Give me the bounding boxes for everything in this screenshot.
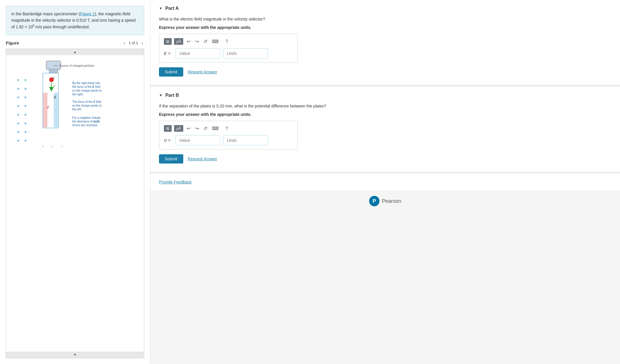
part-b-header: ▼ Part B	[159, 93, 611, 98]
part-b-keyboard-button[interactable]: ⌨	[211, 125, 222, 132]
svg-text:×: ×	[42, 145, 44, 148]
part-b-question: If the separation of the plates is 5.20 …	[159, 103, 611, 109]
part-a-toolbar: ⊞ μÅ ↩ ↪ ↺ ⌨ ?	[164, 38, 293, 45]
figure-image: × × × × × × × × × × × × ×	[9, 58, 141, 151]
svg-text:×: ×	[25, 96, 26, 99]
part-a-keyboard-button[interactable]: ⌨	[211, 38, 222, 45]
part-b-redo-button[interactable]: ↪	[194, 125, 200, 132]
svg-text:×: ×	[61, 145, 63, 148]
part-b-undo-button[interactable]: ↩	[186, 125, 192, 132]
part-a-undo-button[interactable]: ↩	[186, 38, 192, 45]
part-b-title: Part B	[165, 93, 179, 98]
svg-text:×: ×	[25, 87, 26, 90]
svg-text:E⃗: E⃗	[47, 105, 49, 109]
svg-text:on the charge points to: on the charge points to	[72, 89, 102, 92]
svg-text:×: ×	[25, 78, 26, 82]
svg-text:×: ×	[17, 96, 19, 99]
svg-text:×: ×	[17, 104, 19, 108]
part-a-action-row: Submit Request Answer	[159, 67, 611, 77]
figure-next-button[interactable]: ›	[140, 40, 144, 46]
svg-text:×: ×	[51, 145, 53, 148]
part-a-title: Part A	[165, 6, 179, 11]
scroll-up-button[interactable]: ▲	[6, 49, 144, 55]
svg-text:the right.: the right.	[72, 93, 84, 96]
figure-prev-button[interactable]: ‹	[123, 40, 126, 46]
part-a-matrix-button[interactable]: ⊞	[164, 38, 172, 45]
svg-text:×: ×	[25, 104, 26, 108]
svg-text:The force of the E⃗ field: The force of the E⃗ field	[72, 100, 101, 103]
part-b-reset-button[interactable]: ↺	[202, 125, 208, 132]
part-b-input-row: V =	[164, 135, 293, 145]
part-a-value-input[interactable]	[175, 48, 220, 58]
svg-text:on the charge points to: on the charge points to	[72, 104, 102, 107]
svg-text:Source of charged particles: Source of charged particles	[59, 64, 95, 67]
svg-text:×: ×	[17, 139, 19, 142]
pearson-circle-icon: P	[369, 196, 380, 206]
part-a-input-row: E =	[164, 48, 293, 58]
part-a-submit-button[interactable]: Submit	[159, 67, 183, 77]
svg-text:×: ×	[17, 122, 19, 125]
svg-text:×: ×	[17, 130, 19, 134]
part-b-matrix-button[interactable]: ⊞	[164, 125, 172, 132]
figure-page: 1 of 1	[129, 41, 138, 45]
part-b-collapse-arrow[interactable]: ▼	[159, 93, 162, 97]
figure-container: ▲ × × × × × × ×	[6, 49, 144, 358]
part-b-toolbar: ⊞ μÅ ↩ ↪ ↺ ⌨ ?	[164, 125, 293, 132]
figure-section: Figure ‹ 1 of 1 › ▲ × ×	[6, 40, 144, 358]
provide-feedback-button[interactable]: Provide Feedback	[159, 180, 192, 184]
svg-text:By the right-hand rule,: By the right-hand rule,	[72, 81, 101, 85]
svg-rect-17	[49, 69, 58, 73]
figure-navigation: ‹ 1 of 1 ›	[123, 40, 144, 46]
part-a-unit-button[interactable]: μÅ	[174, 38, 183, 45]
svg-text:×: ×	[17, 87, 19, 90]
right-panel: ▼ Part A What is the electric-field magn…	[150, 0, 620, 364]
figure-scroll-area[interactable]: × × × × × × × × × × × × ×	[6, 55, 144, 352]
pearson-logo: P Pearson	[369, 196, 401, 206]
part-b-action-row: Submit Request Answer	[159, 154, 611, 164]
svg-text:×: ×	[25, 113, 26, 116]
part-a-request-answer-button[interactable]: Request Answer	[188, 70, 217, 74]
part-a-reset-button[interactable]: ↺	[202, 38, 208, 45]
svg-text:forces are reversed.: forces are reversed.	[72, 124, 98, 127]
feedback-section: Provide Feedback	[150, 174, 620, 190]
part-b-value-input[interactable]	[175, 135, 220, 145]
svg-rect-19	[43, 93, 47, 127]
svg-text:×: ×	[25, 139, 26, 142]
svg-text:the directions of both: the directions of both	[72, 120, 100, 123]
part-a-label: E =	[164, 51, 173, 56]
left-panel: In the Bainbridge mass spectrometer (Fig…	[0, 0, 150, 364]
part-b-section: ▼ Part B If the separation of the plates…	[150, 87, 620, 174]
problem-text-before-link: In the Bainbridge mass spectrometer (	[11, 12, 80, 16]
part-a-section: ▼ Part A What is the electric-field magn…	[150, 0, 620, 87]
part-b-help-button[interactable]: ?	[224, 125, 229, 132]
figure-svg: × × × × × × × × × × × × ×	[9, 58, 142, 151]
part-a-redo-button[interactable]: ↪	[194, 38, 200, 45]
part-a-collapse-arrow[interactable]: ▼	[159, 6, 162, 10]
part-a-instruction: Express your answer with the appropriate…	[159, 25, 611, 30]
figure-title: Figure	[6, 40, 19, 45]
part-b-request-answer-button[interactable]: Request Answer	[188, 157, 217, 161]
scroll-down-button[interactable]: ▼	[6, 352, 144, 358]
figure-link[interactable]: Figure 1	[80, 12, 95, 16]
part-a-help-button[interactable]: ?	[224, 38, 229, 45]
part-a-header: ▼ Part A	[159, 6, 611, 11]
pearson-logo-section: P Pearson	[150, 190, 620, 212]
svg-text:the force of the B⃗ field: the force of the B⃗ field	[72, 85, 101, 88]
part-a-answer-box: ⊞ μÅ ↩ ↪ ↺ ⌨ ? E =	[159, 34, 298, 63]
part-a-question: What is the electric-field magnitude in …	[159, 16, 611, 22]
part-b-unit-button[interactable]: μÅ	[174, 125, 183, 132]
svg-text:×: ×	[17, 78, 19, 82]
svg-text:v⃗: v⃗	[53, 84, 55, 88]
part-a-units-input[interactable]	[223, 48, 268, 58]
svg-text:×: ×	[25, 130, 26, 134]
svg-text:×: ×	[17, 113, 19, 116]
part-b-submit-button[interactable]: Submit	[159, 154, 183, 164]
svg-text:For a negative charge,: For a negative charge,	[72, 116, 101, 119]
problem-statement: In the Bainbridge mass spectrometer (Fig…	[6, 6, 144, 35]
svg-text:q: q	[53, 76, 54, 79]
part-b-instruction: Express your answer with the appropriate…	[159, 112, 611, 117]
pearson-label: Pearson	[382, 198, 401, 204]
svg-text:×: ×	[25, 122, 26, 125]
part-b-units-input[interactable]	[223, 135, 268, 145]
part-b-answer-box: ⊞ μÅ ↩ ↪ ↺ ⌨ ? V =	[159, 121, 298, 150]
